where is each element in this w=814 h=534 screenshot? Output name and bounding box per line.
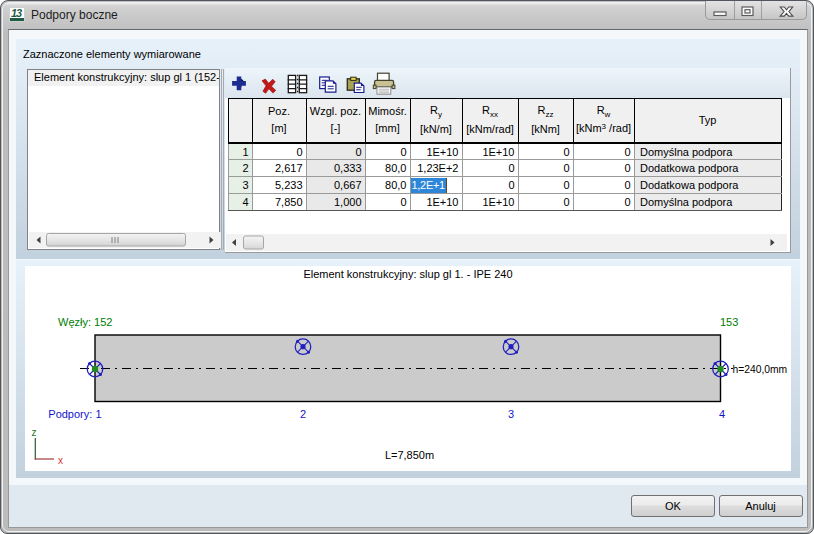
svg-text:153: 153 [720, 316, 738, 328]
svg-text:Element konstrukcyjny: slup gl: Element konstrukcyjny: slup gl 1. - IPE … [303, 268, 512, 280]
svg-text:x: x [58, 455, 63, 466]
svg-text:h=240,0mm: h=240,0mm [733, 364, 788, 375]
svg-text:3: 3 [508, 408, 514, 420]
svg-text:Podpory: 1: Podpory: 1 [48, 408, 101, 420]
svg-text:4: 4 [719, 408, 725, 420]
svg-text:L=7,850m: L=7,850m [385, 449, 434, 461]
svg-text:Węzły: 152: Węzły: 152 [58, 316, 112, 328]
svg-text:z: z [32, 427, 37, 438]
svg-text:2: 2 [300, 408, 306, 420]
